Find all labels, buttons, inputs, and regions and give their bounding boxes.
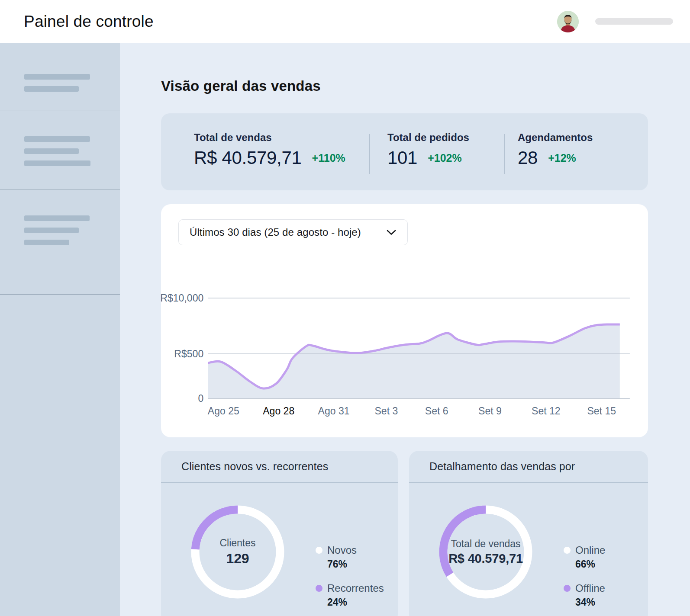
legend-label: Novos [327, 544, 384, 556]
svg-text:Ago 31: Ago 31 [318, 405, 350, 417]
breakdown-card-header: Detalhamento das vendas por [409, 451, 648, 483]
sidebar-skeleton-bar [24, 228, 79, 233]
stat-value: R$ 40.579,71 [194, 148, 302, 168]
stat-label: Total de pedidos [387, 132, 504, 144]
sales-breakdown-card: Detalhamento das vendas por Total de ven… [409, 451, 648, 616]
sidebar-skeleton-bar [24, 74, 90, 80]
legend-item: Offline34% [564, 582, 605, 608]
stat-label: Agendamentos [518, 132, 648, 144]
header-placeholder-bar [595, 18, 673, 25]
stat-appointments: Agendamentos28+12% [504, 113, 648, 190]
sidebar-skeleton [0, 43, 120, 616]
donut-legend: Novos76%Recorrentes24% [316, 544, 384, 608]
sidebar-skeleton-bar [24, 215, 90, 221]
stats-summary-card: Total de vendasR$ 40.579,71+110%Total de… [161, 113, 648, 190]
stat-value: 101 [387, 148, 417, 168]
card-title: Clientes novos vs. recorrentes [181, 460, 328, 473]
stat-divider [504, 134, 505, 174]
svg-text:R$500: R$500 [174, 348, 203, 359]
section-title: Visão geral das vendas [161, 78, 648, 94]
header-right-group [557, 11, 673, 32]
svg-text:Ago 25: Ago 25 [208, 405, 239, 417]
customers-card-body: Clientes129Novos76%Recorrentes24% [161, 483, 398, 608]
date-range-label: Últimos 30 dias (25 de agosto - hoje) [190, 226, 361, 238]
main-content: Visão geral das vendas Total de vendasR$… [120, 43, 690, 616]
legend-dot [564, 547, 571, 554]
breakdown-card-body: Total de vendasR$ 40.579,71Online66%Offl… [409, 483, 648, 608]
legend-percent: 76% [327, 558, 384, 570]
svg-text:0: 0 [198, 393, 203, 404]
legend-percent: 66% [575, 558, 605, 570]
stat-total-sales: Total de vendasR$ 40.579,71+110% [161, 113, 369, 190]
legend-dot [316, 547, 322, 554]
legend-item: Recorrentes24% [316, 582, 384, 608]
legend-dot [564, 585, 571, 592]
legend-item: Online66% [564, 544, 605, 570]
user-avatar[interactable] [557, 11, 579, 32]
svg-text:Set 6: Set 6 [425, 405, 448, 417]
page-title: Painel de controle [24, 13, 154, 31]
svg-text:R$10,000: R$10,000 [161, 292, 203, 304]
svg-text:Set 15: Set 15 [587, 405, 616, 417]
stat-divider [369, 134, 370, 174]
sidebar-skeleton-section [0, 43, 120, 110]
legend-label: Recorrentes [327, 582, 384, 594]
stat-value-row: 28+12% [518, 148, 648, 168]
legend-percent: 34% [575, 597, 605, 608]
donut-chart: Clientes129 [191, 505, 284, 599]
stat-label: Total de vendas [194, 132, 369, 144]
donut-center-value: 129 [226, 551, 249, 567]
svg-text:Set 12: Set 12 [532, 405, 561, 417]
svg-text:Ago 28: Ago 28 [263, 405, 294, 417]
sidebar-skeleton-bar [24, 160, 90, 166]
sidebar-skeleton-bar [24, 148, 79, 154]
legend-percent: 24% [327, 597, 384, 608]
sidebar-skeleton-section [0, 189, 120, 295]
svg-text:Set 9: Set 9 [478, 405, 502, 417]
date-range-dropdown[interactable]: Últimos 30 dias (25 de agosto - hoje) [178, 219, 408, 245]
donut-legend: Online66%Offline34% [564, 544, 605, 608]
sidebar-skeleton-section [0, 110, 120, 189]
svg-text:Set 3: Set 3 [374, 405, 398, 417]
donut-chart: Total de vendasR$ 40.579,71 [439, 505, 532, 599]
stat-value-row: R$ 40.579,71+110% [194, 148, 369, 168]
donut-center-value: R$ 40.579,71 [448, 552, 523, 566]
legend-label: Online [575, 544, 605, 556]
sidebar-skeleton-bar [24, 86, 79, 92]
stat-value: 28 [518, 148, 538, 168]
avatar-person-icon [557, 11, 579, 32]
customers-card-header: Clientes novos vs. recorrentes [161, 451, 398, 483]
legend-item: Novos76% [316, 544, 384, 570]
donut-center-label: Clientes [219, 537, 255, 549]
stat-value-row: 101+102% [387, 148, 504, 168]
donut-center-text: Total de vendasR$ 40.579,71 [439, 505, 532, 599]
legend-dot [316, 585, 322, 592]
card-title: Detalhamento das vendas por [429, 460, 575, 473]
sidebar-skeleton-bar [24, 136, 90, 142]
stat-total-orders: Total de pedidos101+102% [369, 113, 504, 190]
stat-delta-badge: +102% [428, 152, 462, 164]
legend-label: Offline [575, 582, 605, 594]
sidebar-skeleton-bar [24, 240, 69, 245]
stat-delta-badge: +110% [312, 152, 345, 164]
sales-chart-card: R$10,000R$5000Ago 25Ago 28Ago 31Set 3Set… [161, 204, 648, 437]
donut-center-text: Clientes129 [191, 505, 284, 599]
chevron-down-icon [387, 230, 396, 235]
bottom-cards-row: Clientes novos vs. recorrentes Clientes1… [161, 451, 648, 616]
donut-center-label: Total de vendas [451, 538, 520, 550]
stat-delta-badge: +12% [548, 152, 576, 164]
app-header: Painel de controle [0, 0, 690, 43]
customers-card: Clientes novos vs. recorrentes Clientes1… [161, 451, 398, 616]
